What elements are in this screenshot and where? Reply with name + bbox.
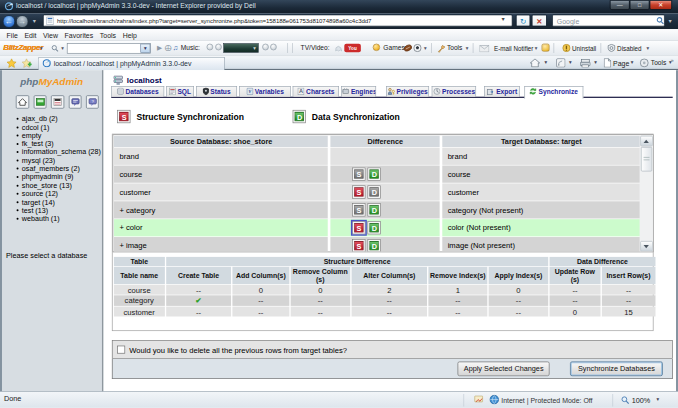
svg-text:A: A [299,88,303,94]
